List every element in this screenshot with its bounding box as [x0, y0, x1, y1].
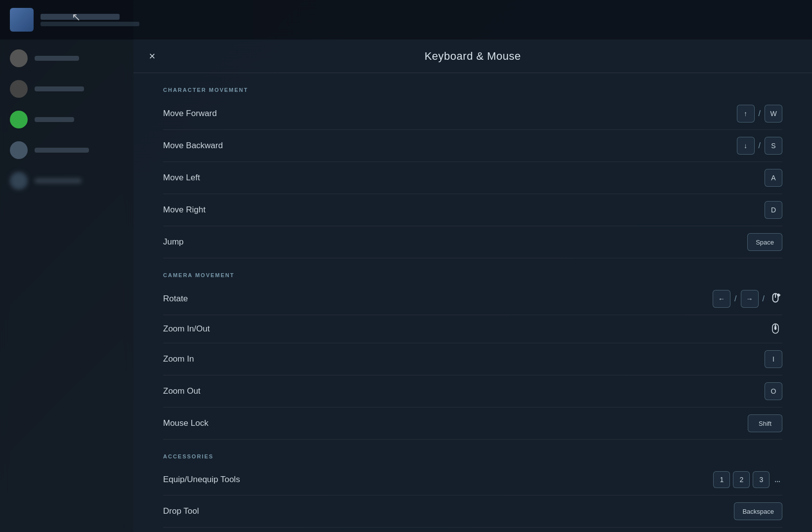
keybind-row-move-left: Move LeftA — [163, 162, 782, 194]
game-subtitle-line — [41, 22, 139, 26]
keybind-label-move-forward: Move Forward — [163, 109, 217, 119]
key-separator: / — [763, 294, 765, 303]
key-btn-num-2[interactable]: 2 — [733, 471, 750, 488]
keybind-row-rotate: Rotate←/→/ — [163, 283, 782, 315]
keybind-row-drop-tool: Drop ToolBackspace — [163, 495, 782, 528]
sidebar-item-2 — [0, 75, 133, 103]
game-title-block — [41, 14, 139, 26]
sidebar-item-5 — [0, 167, 133, 195]
keybind-label-zoom-in: Zoom In — [163, 354, 194, 364]
key-btn-I[interactable]: I — [765, 350, 782, 368]
sidebar-item-4 — [0, 136, 133, 164]
key-btn-backspace[interactable]: Backspace — [734, 502, 782, 520]
key-btn-num-3[interactable]: 3 — [753, 471, 769, 488]
key-separator: / — [734, 294, 736, 303]
key-btn-space[interactable]: Space — [747, 233, 782, 251]
section-header-camera-movement: CAMERA MOVEMENT — [163, 258, 782, 283]
game-title-line — [41, 14, 120, 20]
mouse-drag-icon — [769, 292, 782, 306]
key-btn-A[interactable]: A — [765, 169, 782, 187]
key-btn-→[interactable]: → — [741, 290, 759, 308]
key-btn-W[interactable]: W — [765, 105, 782, 123]
keybind-row-move-right: Move RightD — [163, 194, 782, 226]
section-header-accessories: ACCESSORIES — [163, 440, 782, 464]
keybind-label-zoom-in-out: Zoom In/Out — [163, 324, 210, 334]
keybind-keys-move-backward: ↓/S — [737, 137, 782, 155]
keybind-keys-rotate: ←/→/ — [713, 290, 782, 308]
keybind-label-mouse-lock: Mouse Lock — [163, 418, 209, 428]
game-icon — [10, 8, 34, 32]
keybind-keys-equip-tools: 123... — [713, 471, 782, 488]
svg-point-2 — [777, 294, 780, 296]
keybind-keys-move-right: D — [765, 201, 782, 219]
sidebar-blur — [0, 0, 133, 532]
keybind-keys-drop-tool: Backspace — [734, 502, 782, 520]
keybind-row-zoom-in: Zoom InI — [163, 343, 782, 375]
key-btn-O[interactable]: O — [765, 382, 782, 400]
keybind-keys-jump: Space — [747, 233, 782, 251]
game-header — [0, 0, 812, 40]
keybind-keys-zoom-in: I — [765, 350, 782, 368]
key-btn-↓[interactable]: ↓ — [737, 137, 755, 155]
key-btn-S[interactable]: S — [765, 137, 782, 155]
key-ellipsis: ... — [772, 476, 782, 484]
keybind-keys-mouse-lock: Shift — [748, 414, 782, 432]
dialog-header: × Keyboard & Mouse — [133, 40, 812, 73]
keybind-keys-move-left: A — [765, 169, 782, 187]
keybind-label-jump: Jump — [163, 237, 184, 247]
key-btn-D[interactable]: D — [765, 201, 782, 219]
keybind-row-move-forward: Move Forward↑/W — [163, 98, 782, 130]
keybind-keys-zoom-in-out — [769, 322, 782, 336]
keybind-label-equip-tools: Equip/Unequip Tools — [163, 475, 240, 485]
keybind-label-rotate: Rotate — [163, 294, 188, 304]
keyboard-mouse-dialog: × Keyboard & Mouse CHARACTER MOVEMENTMov… — [133, 40, 812, 532]
key-btn-shift[interactable]: Shift — [748, 414, 782, 432]
svg-rect-9 — [774, 327, 776, 330]
sidebar-item-3 — [0, 106, 133, 133]
key-btn-↑[interactable]: ↑ — [737, 105, 755, 123]
dialog-title: Keyboard & Mouse — [425, 50, 521, 63]
sidebar-item-1 — [0, 44, 133, 72]
keybind-label-move-left: Move Left — [163, 173, 200, 183]
keybind-row-zoom-in-out: Zoom In/Out — [163, 315, 782, 343]
keybind-label-move-right: Move Right — [163, 205, 206, 215]
keybind-keys-move-forward: ↑/W — [737, 105, 782, 123]
key-separator: / — [759, 141, 761, 150]
keybind-label-move-backward: Move Backward — [163, 141, 223, 151]
mouse-scroll-icon — [769, 322, 782, 336]
keybind-label-zoom-out: Zoom Out — [163, 386, 201, 396]
keybind-row-jump: JumpSpace — [163, 226, 782, 258]
keybind-row-mouse-lock: Mouse LockShift — [163, 408, 782, 440]
close-button[interactable]: × — [143, 47, 161, 65]
keybind-row-zoom-out: Zoom OutO — [163, 375, 782, 408]
keybind-row-move-backward: Move Backward↓/S — [163, 130, 782, 162]
key-btn-←[interactable]: ← — [713, 290, 730, 308]
keybind-row-equip-tools: Equip/Unequip Tools123... — [163, 464, 782, 495]
dialog-content[interactable]: CHARACTER MOVEMENTMove Forward↑/WMove Ba… — [133, 73, 812, 532]
key-btn-num-1[interactable]: 1 — [713, 471, 730, 488]
key-separator: / — [759, 109, 761, 118]
section-header-character-movement: CHARACTER MOVEMENT — [163, 73, 782, 98]
keybind-label-drop-tool: Drop Tool — [163, 506, 199, 516]
keybind-keys-zoom-out: O — [765, 382, 782, 400]
